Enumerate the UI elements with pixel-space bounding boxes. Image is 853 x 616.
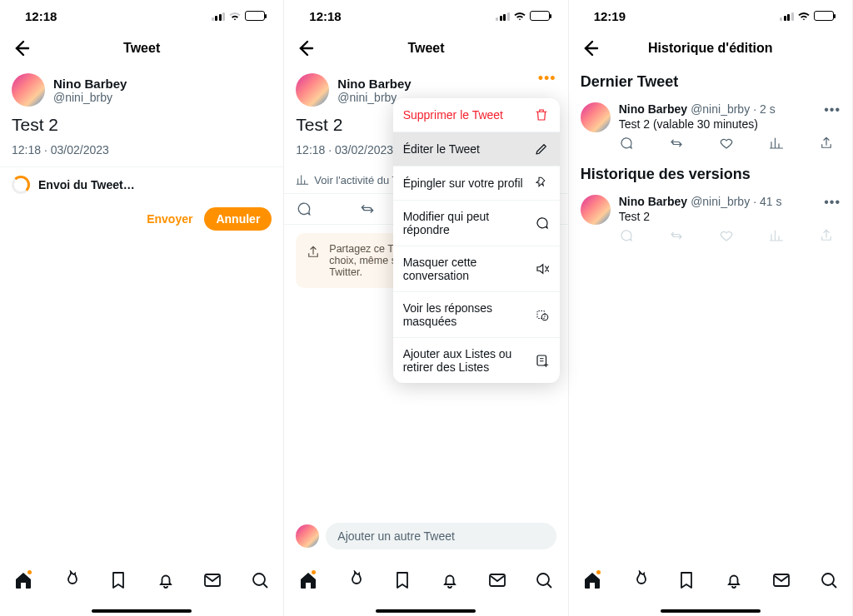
menu-who-can-reply[interactable]: Modifier qui peut répondre [393,201,560,246]
nav-trending[interactable] [630,570,650,590]
like-button[interactable] [719,136,734,151]
back-button[interactable] [12,38,32,58]
nav-trending[interactable] [345,570,365,590]
header: Historique d'édition [569,32,852,65]
back-button[interactable] [581,38,601,58]
status-bar: 12:18 [0,0,283,32]
cancel-button[interactable]: Annuler [204,207,272,231]
menu-label: Masquer cette conversation [403,256,528,282]
menu-edit-tweet[interactable]: Éditer le Tweet [393,132,560,166]
share-icon [306,243,321,278]
screen-tweet-menu: 12:18 Tweet Nino Barbey @nini_brby ••• T… [284,0,568,616]
nav-notifications[interactable] [156,570,176,590]
home-indicator [661,609,761,613]
reply-icon [534,216,549,231]
relative-time: 41 s [760,195,781,208]
menu-add-remove-lists[interactable]: Ajouter aux Listes ou retirer des Listes [393,338,560,383]
nav-notifications[interactable] [724,570,744,590]
version-item[interactable]: Nino Barbey @nini_brby · 41 s Test 2 ••• [569,188,852,250]
section-versions-title: Historique des versions [569,157,852,188]
bottom-nav [0,559,283,601]
nav-messages[interactable] [202,570,222,590]
pen-icon [533,142,550,156]
status-icons [780,11,834,21]
nav-home[interactable] [13,570,33,590]
author-handle: @nini_brby [53,91,127,104]
list-icon [535,353,550,368]
nav-messages[interactable] [771,570,791,590]
author-name: Nino Barbey [53,77,127,91]
sending-row: Envoi du Tweet… [0,166,283,202]
menu-label: Supprimer le Tweet [403,108,503,122]
home-indicator [376,609,476,613]
cellular-icon [780,12,794,21]
nav-search[interactable] [819,570,839,590]
compose-input[interactable]: Ajouter un autre Tweet [326,523,556,549]
status-time: 12:19 [594,9,626,23]
nav-trending[interactable] [61,570,81,590]
avatar[interactable] [296,73,329,107]
nav-search[interactable] [534,570,554,590]
tweet-context-menu: Supprimer le Tweet Éditer le Tweet Éping… [393,98,560,383]
back-button[interactable] [296,38,316,58]
send-button[interactable]: Envoyer [147,212,192,226]
nav-home[interactable] [582,570,602,590]
sending-label: Envoi du Tweet… [38,178,135,191]
nav-home[interactable] [298,570,318,590]
retweet-button[interactable] [669,136,684,151]
status-time: 12:18 [309,9,341,23]
views-button[interactable] [769,136,784,151]
send-actions: Envoyer Annuler [0,202,283,231]
more-button[interactable]: ••• [824,102,841,117]
avatar[interactable] [581,102,611,132]
more-button[interactable]: ••• [538,70,556,87]
nav-bookmarks[interactable] [108,570,128,590]
nav-search[interactable] [250,570,270,590]
status-icons [212,11,266,21]
avatar[interactable] [12,73,45,107]
status-bar: 12:19 [569,0,852,32]
tweet-body: Test 2 [619,208,841,223]
header: Tweet [284,32,567,65]
views-icon [769,228,784,243]
tweet-body: Test 2 (valable 30 minutes) [619,116,841,131]
author-name: Nino Barbey [619,195,687,208]
battery-icon [530,11,550,21]
author-block[interactable]: Nino Barbey @nini_brby [0,65,283,110]
tweet-timestamp: 12:18 · 03/02/2023 [0,143,283,166]
menu-pin-tweet[interactable]: Épingler sur votre profil [393,166,560,201]
menu-show-hidden-replies[interactable]: Voir les réponses masquées [393,292,560,338]
like-icon [719,228,734,243]
avatar[interactable] [581,195,611,225]
wifi-icon [797,11,811,21]
reply-button[interactable] [619,136,634,151]
latest-tweet-item[interactable]: Nino Barbey @nini_brby · 2 s Test 2 (val… [569,96,852,157]
avatar-small[interactable] [296,524,319,548]
reply-button[interactable] [296,201,312,217]
menu-label: Épingler sur votre profil [403,176,523,190]
author-handle: @nini_brby [691,102,750,116]
page-title: Historique d'édition [648,41,773,56]
wifi-icon [228,11,242,21]
menu-label: Voir les réponses masquées [403,301,528,328]
author-name: Nino Barbey [337,77,411,91]
menu-delete-tweet[interactable]: Supprimer le Tweet [393,98,560,132]
nav-messages[interactable] [487,570,507,590]
tweet-actions [619,131,836,151]
screen-edit-history: 12:19 Historique d'édition Dernier Tweet… [569,0,853,616]
share-button[interactable] [819,136,834,151]
cellular-icon [212,12,226,21]
notice-text: Partagez ce Tw choix, même si Twitter. [329,243,401,278]
menu-hide-conversation[interactable]: Masquer cette conversation [393,246,560,292]
more-button[interactable]: ••• [824,195,841,210]
nav-bookmarks[interactable] [392,570,412,590]
retweet-icon [669,228,684,243]
retweet-button[interactable] [359,201,376,217]
menu-label: Ajouter aux Listes ou retirer des Listes [403,347,528,374]
status-icons [496,11,550,21]
nav-notifications[interactable] [440,570,460,590]
screen-tweet-sending: 12:18 Tweet Nino Barbey @nini_brby Test … [0,0,284,616]
nav-bookmarks[interactable] [676,570,696,590]
bottom-nav [569,559,852,601]
wifi-icon [513,11,526,21]
